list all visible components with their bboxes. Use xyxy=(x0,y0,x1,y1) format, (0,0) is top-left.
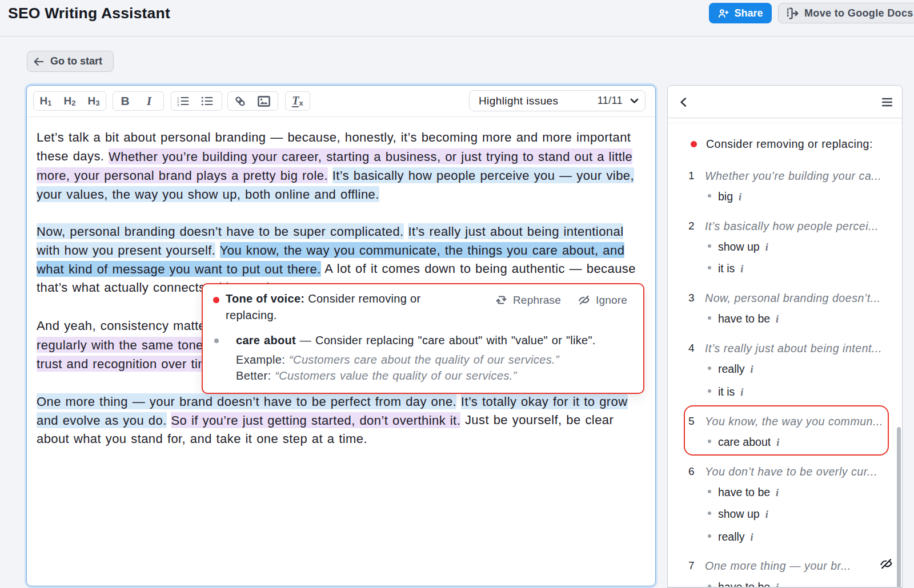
svg-text:3: 3 xyxy=(177,103,179,107)
